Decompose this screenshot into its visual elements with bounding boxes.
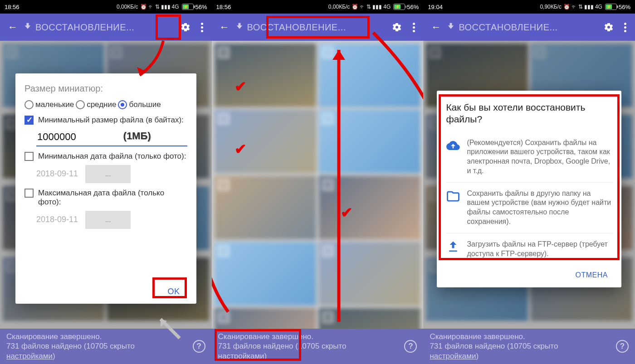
upload-icon [446, 240, 460, 254]
cloud-upload-icon [446, 138, 460, 153]
screen-1-settings-dialog: 18:56 0,00КБ/с ⏰ ᯤ ⇅ ▮▮▮ 4G 56% ← [0, 0, 212, 364]
screen-3-restore-dialog: 19:04 0,90КБ/с ⏰ ᯤ ⇅ ▮▮▮ 4G 56% ← [423, 0, 635, 364]
status-time: 18:56 [216, 4, 231, 10]
footer-files-found: 731 файлов найдено [218, 342, 293, 350]
wifi-icon: ᯤ [360, 4, 365, 10]
data-icon: ⇅ [155, 4, 160, 10]
min-size-checkbox[interactable] [24, 116, 34, 125]
overflow-menu-button[interactable] [195, 17, 209, 37]
back-button[interactable]: ← [215, 17, 234, 37]
dialog-heading: Размер миниатюр: [24, 83, 187, 94]
thumbnail-item[interactable] [215, 242, 316, 306]
status-footer: Сканирование завершено. 731 файлов найде… [423, 329, 635, 364]
battery-indicator: 56% [392, 4, 419, 10]
footer-files-found: 731 файлов найдено [430, 342, 505, 350]
settings-button[interactable] [176, 17, 195, 37]
restore-heading: Как бы вы хотели восстановить файлы? [446, 102, 612, 126]
restore-option-ftp[interactable]: Загрузить файлы на FTP-сервер (требует д… [446, 233, 612, 265]
footer-line1: Сканирование завершено. [6, 332, 102, 341]
overflow-menu-button[interactable] [407, 17, 420, 37]
status-time: 19:04 [428, 4, 443, 10]
min-date-checkbox[interactable] [24, 152, 34, 161]
min-size-note: (1МБ) [123, 130, 151, 142]
thumbnail-item[interactable] [215, 176, 316, 239]
screen-2-selection: 18:56 0,00КБ/с ⏰ ᯤ ⇅ ▮▮▮ 4G 56% ← [212, 0, 424, 364]
back-button[interactable]: ← [426, 17, 446, 37]
min-date-label: Минимальная дата файла (только фото): [38, 152, 186, 161]
restore-option-cloud-text: (Рекомендуется) Сохранить файлы на прило… [467, 138, 612, 176]
battery-pct: 56% [619, 4, 630, 10]
footer-files-found: 731 файлов найдено [6, 342, 82, 350]
download-icon [234, 22, 244, 32]
thumbnail-item[interactable] [319, 110, 420, 173]
battery-pct: 56% [195, 4, 207, 10]
radio-large[interactable]: большие [118, 100, 161, 109]
footer-line1: Сканирование завершено. [218, 332, 313, 341]
wifi-icon: ᯤ [148, 4, 154, 10]
radio-medium[interactable]: средние [76, 100, 116, 109]
help-button[interactable]: ? [616, 340, 629, 353]
restore-option-cloud[interactable]: (Рекомендуется) Сохранить файлы на прило… [446, 132, 612, 182]
overflow-menu-button[interactable] [619, 17, 632, 37]
max-date-picker-button[interactable]: ... [85, 211, 131, 229]
thumbnail-item[interactable] [215, 44, 316, 107]
restore-option-folder[interactable]: Сохранить файлы в другую папку на вашем … [446, 182, 612, 233]
settings-button[interactable] [599, 17, 619, 37]
battery-pct: 56% [407, 4, 419, 10]
thumbnail-size-radios: маленькие средние большие [24, 100, 187, 109]
folder-icon [446, 189, 460, 204]
footer-settings-link[interactable]: настройками [6, 352, 53, 360]
appbar-title: ВОССТАНОВЛЕНИЕ... [35, 22, 134, 33]
status-speed: 0,90КБ/с [540, 4, 562, 10]
status-bar: 19:04 0,90КБ/с ⏰ ᯤ ⇅ ▮▮▮ 4G 56% [423, 0, 635, 14]
wifi-icon: ᯤ [572, 4, 577, 10]
status-bar: 18:56 0,00КБ/с ⏰ ᯤ ⇅ ▮▮▮ 4G 56% [0, 0, 212, 14]
radio-small[interactable]: маленькие [24, 100, 74, 109]
cancel-button[interactable]: ОТМЕНА [446, 265, 612, 281]
footer-line1: Сканирование завершено. [430, 332, 525, 341]
gear-icon [180, 22, 191, 33]
battery-indicator: 56% [181, 4, 207, 10]
ok-button[interactable]: OK [168, 287, 180, 296]
status-footer: Сканирование завершено. 731 файлов найде… [212, 329, 424, 364]
max-date-checkbox[interactable] [24, 189, 34, 198]
alarm-icon: ⏰ [563, 4, 570, 10]
min-date-value: 2018-09-11 [36, 169, 78, 179]
status-speed: 0,00КБ/с [117, 4, 138, 10]
appbar-title: ВОССТАНОВЛЕНИЕ... [459, 22, 557, 33]
min-size-input[interactable] [36, 128, 187, 146]
signal-icon: ▮▮▮ [372, 4, 382, 10]
alarm-icon: ⏰ [140, 4, 147, 10]
data-icon: ⇅ [578, 4, 583, 10]
thumbnail-item[interactable] [215, 110, 316, 173]
help-button[interactable]: ? [404, 340, 417, 353]
status-speed: 0,00КБ/с [328, 4, 350, 10]
help-button[interactable]: ? [193, 340, 205, 353]
signal-icon: ▮▮▮ [161, 4, 171, 10]
thumbnail-item[interactable] [319, 44, 420, 107]
min-date-picker-button[interactable]: ... [85, 165, 131, 183]
battery-indicator: 56% [604, 4, 630, 10]
back-button[interactable]: ← [3, 17, 23, 37]
footer-settings-link[interactable]: настройками [218, 352, 264, 360]
check-mark-2: ✔ [234, 141, 247, 158]
network-label: 4G [383, 4, 391, 10]
footer-settings-link[interactable]: настройками [430, 352, 476, 360]
thumbnail-item[interactable] [319, 242, 420, 306]
gray-arrow-pointer [157, 315, 184, 343]
settings-dialog: Размер миниатюр: маленькие средние больш… [15, 73, 196, 304]
min-size-label: Минимальный размер файла (в байтах): [38, 116, 184, 125]
restore-dialog: Как бы вы хотели восстановить файлы? (Ре… [437, 91, 621, 287]
download-icon [23, 22, 33, 32]
thumbnail-item[interactable] [319, 176, 420, 239]
max-date-label: Максимальная дата файла (только фото): [38, 189, 187, 207]
signal-icon: ▮▮▮ [584, 4, 594, 10]
app-bar: ← ВОССТАНОВЛЕНИЕ... [423, 14, 635, 41]
status-bar: 18:56 0,00КБ/с ⏰ ᯤ ⇅ ▮▮▮ 4G 56% [212, 0, 424, 14]
settings-button[interactable] [387, 17, 407, 37]
data-icon: ⇅ [366, 4, 371, 10]
check-mark-1: ✔ [234, 78, 247, 95]
appbar-title: ВОССТАНОВЛЕНИЕ... [247, 22, 346, 33]
download-icon [446, 22, 456, 32]
alarm-icon: ⏰ [352, 4, 358, 10]
